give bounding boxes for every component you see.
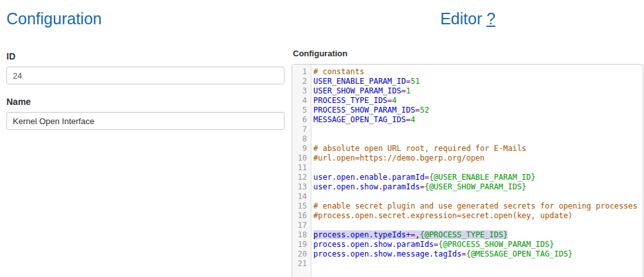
code-line[interactable]: 12user.open.enable.paramId={@USER_ENABLE… (292, 173, 643, 182)
line-number: 12 (292, 173, 311, 182)
line-number: 16 (292, 211, 311, 221)
code-line[interactable]: 4PROCESS_TYPE_IDS=4 (292, 96, 643, 106)
code-line[interactable]: 7 (292, 125, 643, 134)
editor-title-text: Editor (440, 10, 482, 28)
editor-config-label: Configuration (293, 49, 347, 58)
code-line[interactable]: 11 (292, 163, 643, 173)
line-number: 8 (292, 134, 311, 144)
code-text: USER_ENABLE_PARAM_ID=51 (311, 77, 420, 86)
line-number: 10 (292, 154, 311, 163)
editor-panel: Editor ? Configuration (292, 0, 644, 28)
line-number: 14 (292, 192, 311, 202)
code-line[interactable]: 13user.open.show.paramIds={@USER_SHOW_PA… (292, 182, 643, 192)
id-label: ID (6, 51, 285, 61)
line-number: 4 (292, 96, 311, 106)
code-text (311, 259, 313, 269)
code-text: process.open.show.paramIds={@PROCESS_SHO… (311, 240, 554, 249)
code-line[interactable]: 18process.open.typeIds+=,{@PROCESS_TYPE_… (292, 230, 643, 240)
configuration-panel: Configuration ID Name (6, 0, 285, 130)
code-line[interactable]: 16#process.open.secret.expression=secret… (292, 211, 643, 221)
code-text (311, 221, 313, 230)
code-text: # constants (311, 67, 364, 77)
code-text (311, 125, 313, 134)
code-text: #process.open.secret.expression=secret.o… (311, 211, 573, 221)
code-text: PROCESS_TYPE_IDS=4 (311, 96, 397, 106)
page-title: Configuration (6, 10, 285, 28)
code-text: process.open.show.message.tagIds={@MESSA… (311, 249, 573, 259)
line-number: 13 (292, 182, 311, 192)
code-line[interactable]: 15# enable secret plugin and use generat… (292, 202, 643, 211)
code-lines: 1# constants2USER_ENABLE_PARAM_ID=513USE… (292, 65, 643, 269)
code-line[interactable]: 3USER_SHOW_PARAM_IDS=1 (292, 86, 643, 96)
code-line[interactable]: 14 (292, 192, 643, 202)
code-line[interactable]: 5PROCESS_SHOW_PARAM_IDS=52 (292, 106, 643, 115)
code-line[interactable]: 10#url.open=https://demo.bgerp.org/open (292, 154, 643, 163)
code-line[interactable]: 6MESSAGE_OPEN_TAG_IDS=4 (292, 115, 643, 125)
line-number: 19 (292, 240, 311, 249)
line-number: 6 (292, 115, 311, 125)
code-text: user.open.show.paramIds={@USER_SHOW_PARA… (311, 182, 526, 192)
line-number: 5 (292, 106, 311, 115)
name-input[interactable] (6, 112, 285, 130)
line-number: 18 (292, 230, 311, 240)
code-line[interactable]: 1# constants (292, 67, 643, 77)
line-number: 3 (292, 86, 311, 96)
code-text: PROCESS_SHOW_PARAM_IDS=52 (311, 106, 429, 115)
line-number: 11 (292, 163, 311, 173)
code-line[interactable]: 17 (292, 221, 643, 230)
code-line[interactable]: 2USER_ENABLE_PARAM_ID=51 (292, 77, 643, 86)
line-number: 20 (292, 249, 311, 259)
line-number: 2 (292, 77, 311, 86)
name-label: Name (6, 97, 285, 107)
line-number: 9 (292, 144, 311, 154)
code-line[interactable]: 20process.open.show.message.tagIds={@MES… (292, 249, 643, 259)
line-number: 15 (292, 202, 311, 211)
line-number: 17 (292, 221, 311, 230)
code-text: MESSAGE_OPEN_TAG_IDS=4 (311, 115, 415, 125)
code-text: #url.open=https://demo.bgerp.org/open (311, 154, 484, 163)
code-line[interactable]: 8 (292, 134, 643, 144)
code-text: # absolute open URL root, required for E… (311, 144, 526, 154)
editor-title: Editor ? (292, 10, 644, 28)
code-text: process.open.typeIds+=,{@PROCESS_TYPE_ID… (311, 230, 508, 240)
line-number: 7 (292, 125, 311, 134)
id-input[interactable] (6, 67, 285, 84)
code-line[interactable]: 9# absolute open URL root, required for … (292, 144, 643, 154)
code-text: user.open.enable.paramId={@USER_ENABLE_P… (311, 173, 536, 182)
line-number: 1 (292, 67, 311, 77)
code-line[interactable]: 19process.open.show.paramIds={@PROCESS_S… (292, 240, 643, 249)
code-line[interactable]: 21 (292, 259, 643, 269)
code-text (311, 163, 313, 173)
code-text: # enable secret plugin and use generated… (311, 202, 638, 211)
line-number: 21 (292, 259, 311, 269)
code-editor[interactable]: 1# constants2USER_ENABLE_PARAM_ID=513USE… (292, 64, 643, 277)
code-text (311, 192, 313, 202)
code-text: USER_SHOW_PARAM_IDS=1 (311, 86, 411, 96)
code-text (311, 134, 313, 144)
help-link[interactable]: ? (486, 10, 495, 28)
